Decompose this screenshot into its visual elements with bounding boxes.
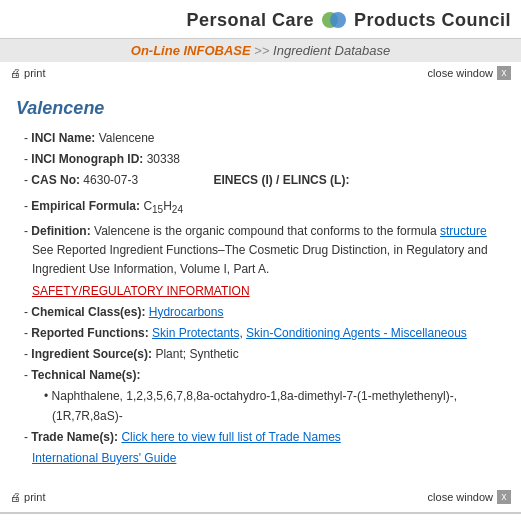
ingredient-sources-item: Ingredient Source(s): Plant; Synthetic bbox=[20, 345, 505, 364]
svg-point-1 bbox=[330, 12, 346, 28]
safety-regulatory-link[interactable]: SAFETY/REGULATORY INFORMATION bbox=[32, 284, 250, 298]
ingredient-info-list: INCI Name: Valencene INCI Monograph ID: … bbox=[16, 129, 505, 468]
monograph-id-item: INCI Monograph ID: 30338 bbox=[20, 150, 505, 169]
definition-item: Definition: Valencene is the organic com… bbox=[20, 222, 505, 280]
empirical-label: Empirical Formula: bbox=[31, 199, 140, 213]
print-label-bottom: print bbox=[24, 491, 45, 503]
print-label: print bbox=[24, 67, 45, 79]
ingredient-sources-value: Plant; Synthetic bbox=[155, 347, 238, 361]
einecs-block: EINECS (I) / ELINCS (L): bbox=[221, 171, 349, 190]
bottom-toolbar: 🖨 print close window x bbox=[0, 486, 521, 508]
leaf-icon bbox=[320, 6, 348, 34]
inci-name-value: Valencene bbox=[99, 131, 155, 145]
buyers-guide-link[interactable]: International Buyers' Guide bbox=[32, 451, 176, 465]
trade-names-label: Trade Name(s): bbox=[31, 430, 118, 444]
close-icon[interactable]: x bbox=[497, 66, 511, 80]
skin-protectants-link[interactable]: Skin Protectants bbox=[152, 326, 239, 340]
arrow-separator: >> bbox=[254, 43, 269, 58]
cas-value: 4630-07-3 bbox=[83, 173, 138, 187]
top-toolbar: 🖨 print close window x bbox=[0, 62, 521, 84]
structure-link[interactable]: structure bbox=[440, 224, 487, 238]
einecs-label: EINECS (I) / ELINCS (L): bbox=[213, 173, 349, 187]
definition-suffix: See Reported Ingredient Functions–The Co… bbox=[32, 243, 488, 276]
brand-name: Products Council bbox=[354, 10, 511, 31]
buyers-guide-item[interactable]: International Buyers' Guide bbox=[20, 449, 505, 468]
header-title: Personal Care bbox=[186, 10, 314, 31]
close-window-button-bottom[interactable]: close window x bbox=[428, 490, 511, 504]
skin-conditioning-link[interactable]: Skin-Conditioning Agents - Miscellaneous bbox=[246, 326, 467, 340]
trade-names-link[interactable]: Click here to view full list of Trade Na… bbox=[121, 430, 340, 444]
ingredient-sources-label: Ingredient Source(s): bbox=[31, 347, 152, 361]
definition-label: Definition: bbox=[31, 224, 90, 238]
definition-text: Valencene is the organic compound that c… bbox=[94, 224, 437, 238]
close-window-label: close window bbox=[428, 67, 493, 79]
technical-names-label: Technical Name(s): bbox=[31, 368, 140, 382]
trade-names-item: Trade Name(s): Click here to view full l… bbox=[20, 428, 505, 447]
safety-link-item[interactable]: SAFETY/REGULATORY INFORMATION bbox=[20, 282, 505, 301]
cas-label: CAS No: bbox=[31, 173, 80, 187]
empirical-formula-item: Empirical Formula: C15H24 bbox=[20, 197, 505, 218]
close-icon-bottom[interactable]: x bbox=[497, 490, 511, 504]
subtitle-bar: On-Line INFOBASE >> Ingredient Database bbox=[0, 39, 521, 62]
technical-name-value-item: Naphthalene, 1,2,3,5,6,7,8,8a-octahydro-… bbox=[20, 387, 505, 425]
print-button[interactable]: 🖨 print bbox=[10, 67, 45, 79]
chemical-class-item: Chemical Class(es): Hydrocarbons bbox=[20, 303, 505, 322]
reported-functions-label: Reported Functions: bbox=[31, 326, 148, 340]
printer-icon: 🖨 bbox=[10, 67, 21, 79]
inci-name-label: INCI Name: bbox=[31, 131, 95, 145]
infobase-label: On-Line INFOBASE bbox=[131, 43, 251, 58]
technical-name-value: Naphthalene, 1,2,3,5,6,7,8,8a-octahydro-… bbox=[52, 389, 458, 422]
printer-icon-bottom: 🖨 bbox=[10, 491, 21, 503]
database-label: Ingredient Database bbox=[273, 43, 390, 58]
technical-names-item: Technical Name(s): bbox=[20, 366, 505, 385]
main-content: Valencene INCI Name: Valencene INCI Mono… bbox=[0, 84, 521, 478]
monograph-value: 30338 bbox=[147, 152, 180, 166]
empirical-value: C15H24 bbox=[143, 199, 183, 213]
header: Personal Care Products Council bbox=[0, 0, 521, 39]
inci-name-item: INCI Name: Valencene bbox=[20, 129, 505, 148]
monograph-label: INCI Monograph ID: bbox=[31, 152, 143, 166]
print-button-bottom[interactable]: 🖨 print bbox=[10, 491, 45, 503]
cas-item: CAS No: 4630-07-3 EINECS (I) / ELINCS (L… bbox=[20, 171, 505, 190]
hydrocarbons-link[interactable]: Hydrocarbons bbox=[149, 305, 224, 319]
chemical-class-label: Chemical Class(es): bbox=[31, 305, 145, 319]
reported-functions-item: Reported Functions: Skin Protectants, Sk… bbox=[20, 324, 505, 343]
close-window-label-bottom: close window bbox=[428, 491, 493, 503]
ingredient-title: Valencene bbox=[16, 98, 505, 119]
trade-name-section: Valencene Trade Name(s): Valencene (Lasi… bbox=[0, 512, 521, 521]
close-window-button[interactable]: close window x bbox=[428, 66, 511, 80]
